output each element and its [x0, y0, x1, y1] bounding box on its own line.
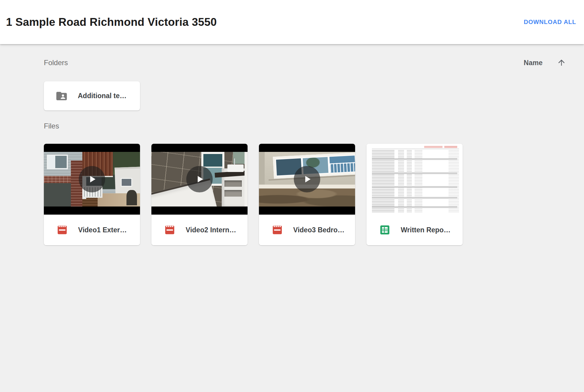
file-meta-row[interactable]: Written Repo… [367, 215, 463, 245]
video-icon [164, 224, 175, 236]
play-icon [193, 173, 205, 185]
download-all-button[interactable]: DOWNLOAD ALL [524, 19, 576, 26]
file-meta-row[interactable]: Video2 Intern… [151, 215, 248, 245]
play-icon [301, 173, 313, 185]
play-icon [86, 173, 98, 185]
folder-name: Additional te… [78, 92, 126, 100]
arrow-up-icon[interactable] [557, 58, 566, 67]
file-meta-row[interactable]: Video3 Bedro… [259, 215, 355, 245]
spreadsheet-preview-image [372, 145, 459, 213]
sort-control[interactable]: Name [524, 58, 566, 67]
video3-thumbnail[interactable] [259, 144, 355, 215]
folders-section-header: Folders Name [44, 58, 566, 68]
play-button[interactable] [186, 166, 213, 192]
folders-section-label: Folders [44, 59, 68, 67]
file-card-video1[interactable]: Video1 Exter… [44, 144, 140, 245]
files-section-label: Files [44, 122, 566, 130]
content-area: Folders Name Additional te… Files [0, 58, 584, 245]
play-button[interactable] [79, 166, 105, 192]
file-card-video3[interactable]: Video3 Bedro… [259, 144, 355, 245]
folder-card-additional-tenancy[interactable]: Additional te… [44, 81, 140, 110]
video2-thumbnail[interactable] [151, 144, 248, 215]
file-card-written-report[interactable]: Written Repo… [367, 144, 463, 245]
sort-by-name-label[interactable]: Name [524, 59, 543, 67]
video-icon [56, 224, 68, 236]
file-name: Video2 Intern… [186, 226, 236, 234]
file-meta-row[interactable]: Video1 Exter… [44, 215, 140, 245]
file-name: Video1 Exter… [78, 226, 127, 234]
spreadsheet-thumbnail[interactable] [367, 144, 463, 215]
file-name: Video3 Bedro… [293, 226, 345, 234]
file-name: Written Repo… [401, 226, 451, 234]
files-grid: Video1 Exter… [44, 144, 566, 245]
page-title: 1 Sample Road Richmond Victoria 3550 [6, 16, 217, 29]
video1-thumbnail[interactable] [44, 144, 140, 215]
video-icon [272, 224, 283, 236]
shared-folder-icon [55, 90, 68, 102]
spreadsheet-icon [379, 224, 391, 236]
file-card-video2[interactable]: Video2 Intern… [151, 144, 248, 245]
play-button[interactable] [294, 166, 320, 192]
header-bar: 1 Sample Road Richmond Victoria 3550 DOW… [0, 0, 584, 44]
